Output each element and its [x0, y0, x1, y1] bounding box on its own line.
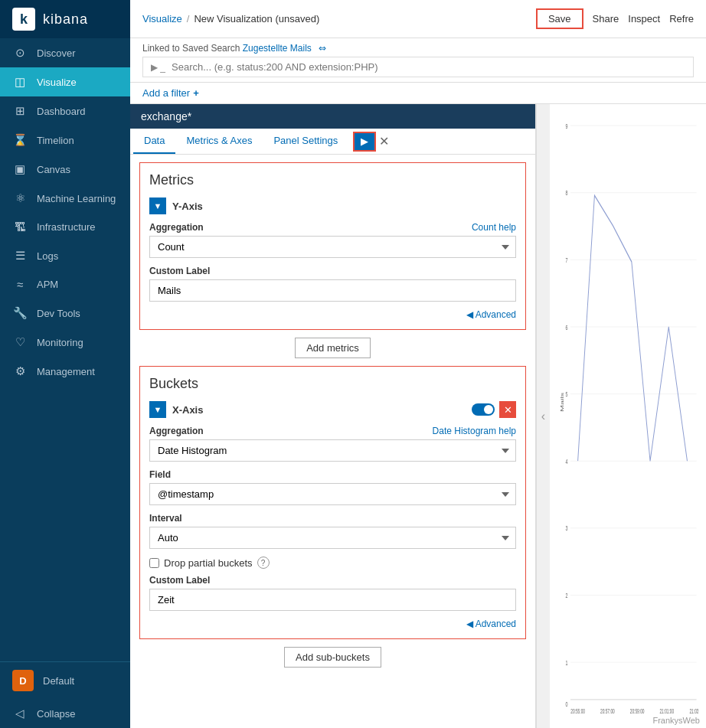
- field-select[interactable]: @timestamp: [149, 483, 516, 505]
- sidebar-item-canvas[interactable]: ▣ Canvas: [0, 155, 130, 184]
- drop-partial-checkbox[interactable]: [149, 558, 159, 568]
- sidebar-item-management[interactable]: ⚙ Management: [0, 357, 130, 386]
- svg-text:20:55:00: 20:55:00: [570, 707, 585, 715]
- left-panel: exchange* Data Metrics & Axes Panel Sett…: [130, 104, 536, 728]
- sidebar-item-monitoring[interactable]: ♡ Monitoring: [0, 328, 130, 357]
- buckets-title: Buckets: [149, 376, 516, 392]
- panel-scroll-handle[interactable]: ‹: [536, 104, 550, 728]
- avatar: D: [12, 670, 34, 691]
- bucket-custom-label-label: Custom Label: [149, 575, 516, 586]
- svg-text:4: 4: [566, 457, 568, 465]
- breadcrumb-sep: /: [187, 13, 190, 24]
- svg-text:2: 2: [566, 591, 568, 599]
- tab-panel-settings[interactable]: Panel Settings: [263, 129, 348, 154]
- link-icon[interactable]: ⇔: [319, 43, 326, 54]
- sidebar-item-label-management: Management: [37, 366, 95, 377]
- monitoring-icon: ♡: [12, 335, 28, 349]
- buckets-advanced-link[interactable]: ◀ Advanced: [149, 619, 516, 629]
- panel-tabs: Data Metrics & Axes Panel Settings ▶ ✕: [130, 129, 535, 155]
- x-axis-delete-button[interactable]: ✕: [499, 401, 516, 418]
- chevron-left-icon: ‹: [541, 410, 545, 423]
- inspect-button[interactable]: Inspect: [628, 13, 660, 24]
- interval-select[interactable]: Auto: [149, 527, 516, 549]
- share-button[interactable]: Share: [593, 13, 619, 24]
- sidebar-item-user[interactable]: D Default: [0, 662, 130, 699]
- sidebar-item-collapse[interactable]: ◁ Collapse: [0, 699, 130, 728]
- sidebar-item-machine-learning[interactable]: ⚛ Machine Learning: [0, 184, 130, 213]
- breadcrumb-current: New Visualization (unsaved): [194, 13, 319, 24]
- run-icon: ▶: [361, 135, 368, 147]
- breadcrumb: Visualize / New Visualization (unsaved): [142, 13, 319, 24]
- sidebar-item-label-discover: Discover: [37, 47, 76, 59]
- drop-partial-label: Drop partial buckets: [164, 557, 253, 569]
- sidebar-item-dashboard[interactable]: ⊞ Dashboard: [0, 96, 130, 126]
- x-axis-header: ▼ X-Axis ✕: [149, 401, 516, 418]
- bucket-aggregation-help[interactable]: Date Histogram help: [433, 426, 516, 436]
- svg-text:1: 1: [566, 658, 568, 667]
- saved-search-link[interactable]: Zugestellte Mails: [243, 43, 312, 54]
- search-bar: ▶ _: [142, 57, 694, 77]
- svg-text:20:59:00: 20:59:00: [630, 707, 645, 715]
- sidebar-item-logs[interactable]: ☰ Logs: [0, 241, 130, 270]
- custom-label-input[interactable]: [149, 279, 516, 302]
- sidebar-item-label-canvas: Canvas: [37, 164, 70, 175]
- tab-data[interactable]: Data: [133, 129, 175, 154]
- breadcrumb-visualize[interactable]: Visualize: [142, 13, 182, 24]
- buckets-collapse-button[interactable]: ▼: [149, 401, 166, 418]
- add-sub-buckets-button[interactable]: Add sub-buckets: [284, 647, 381, 668]
- aggregation-select[interactable]: Count: [149, 236, 516, 258]
- close-button[interactable]: ✕: [379, 134, 389, 149]
- svg-text:3: 3: [566, 524, 568, 533]
- refresh-button[interactable]: Refre: [669, 13, 694, 24]
- svg-text:0: 0: [566, 700, 568, 708]
- search-prompt-icon: ▶ _: [151, 62, 165, 73]
- logo-text: kibana: [43, 11, 88, 28]
- add-metrics-button[interactable]: Add metrics: [295, 338, 371, 358]
- aggregation-help[interactable]: Count help: [472, 222, 516, 233]
- run-button[interactable]: ▶: [353, 132, 376, 152]
- sidebar-item-infrastructure[interactable]: 🏗 Infrastructure: [0, 213, 130, 241]
- infrastructure-icon: 🏗: [12, 220, 28, 233]
- visualize-icon: ◫: [12, 75, 28, 89]
- sidebar-item-label-devtools: Dev Tools: [37, 308, 80, 319]
- custom-label-row: Custom Label: [149, 266, 516, 302]
- search-area: Linked to Saved Search Zugestellte Mails…: [130, 38, 706, 83]
- sidebar-item-dev-tools[interactable]: 🔧 Dev Tools: [0, 299, 130, 328]
- sidebar-item-label-monitoring: Monitoring: [37, 337, 83, 348]
- tab-metrics-axes[interactable]: Metrics & Axes: [175, 129, 263, 154]
- sidebar-item-visualize[interactable]: ◫ Visualize: [0, 67, 130, 96]
- chart-area: Mails 9 8 7 6 5 4 3 2 1 0: [550, 104, 706, 728]
- sidebar-bottom: D Default ◁ Collapse: [0, 661, 130, 728]
- sidebar-item-label-dashboard: Dashboard: [37, 106, 86, 117]
- metrics-advanced-link[interactable]: ◀ Advanced: [149, 309, 516, 320]
- search-input[interactable]: [172, 61, 685, 73]
- chart-line: [578, 195, 688, 461]
- username-label: Default: [43, 675, 74, 687]
- dev-tools-icon: 🔧: [12, 306, 28, 320]
- chart-svg: Mails 9 8 7 6 5 4 3 2 1 0: [557, 112, 698, 720]
- collapse-icon: ◁: [12, 707, 28, 720]
- sidebar-item-discover[interactable]: ⊙ Discover: [0, 38, 130, 67]
- y-axis-header: ▼ Y-Axis: [149, 198, 516, 214]
- logs-icon: ☰: [12, 249, 28, 263]
- svg-text:6: 6: [566, 323, 568, 331]
- sidebar: k kibana ⊙ Discover ◫ Visualize ⊞ Dashbo…: [0, 0, 130, 728]
- metrics-section: Metrics ▼ Y-Axis Aggregation Count help …: [139, 162, 526, 330]
- sidebar-item-apm[interactable]: ≈ APM: [0, 270, 130, 299]
- sidebar-item-label-timelion: Timelion: [37, 135, 74, 146]
- svg-text:21:01:00: 21:01:00: [659, 707, 674, 715]
- drop-partial-row: Drop partial buckets ?: [149, 557, 516, 569]
- metrics-collapse-button[interactable]: ▼: [149, 198, 166, 214]
- bucket-custom-label-input[interactable]: [149, 589, 516, 611]
- aggregation-label: Aggregation Count help: [149, 222, 516, 233]
- logo-box: k: [12, 8, 35, 31]
- sidebar-item-timelion[interactable]: ⌛ Timelion: [0, 126, 130, 155]
- save-button[interactable]: Save: [536, 8, 583, 29]
- add-filter-bar[interactable]: Add a filter +: [130, 83, 706, 104]
- sidebar-item-label-ml: Machine Learning: [37, 193, 116, 204]
- main: Visualize / New Visualization (unsaved) …: [130, 0, 706, 728]
- watermark: FrankysWeb: [652, 716, 700, 725]
- drop-partial-help-icon[interactable]: ?: [257, 557, 270, 569]
- x-axis-toggle[interactable]: [472, 403, 495, 416]
- bucket-aggregation-select[interactable]: Date Histogram: [149, 439, 516, 462]
